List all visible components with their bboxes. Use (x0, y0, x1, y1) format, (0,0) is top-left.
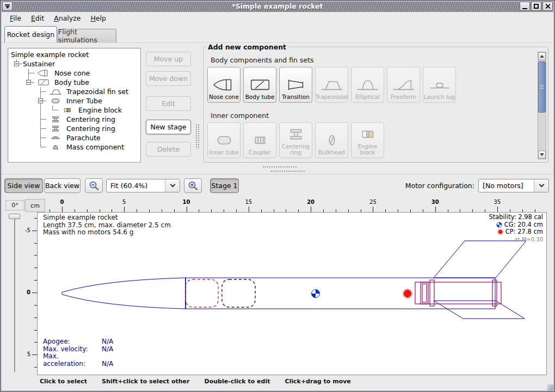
resize-grip[interactable] (547, 384, 554, 391)
rotation-slider-handle[interactable] (9, 214, 20, 219)
add-engine-block-button[interactable]: Engine block (351, 122, 384, 158)
inner-tube-icon (47, 97, 64, 105)
dropdown-arrow[interactable] (534, 179, 548, 192)
motor-configuration-select[interactable]: [No motors] (478, 179, 549, 192)
tree-item-label: Trapezoidal fin set (66, 88, 128, 96)
menu-help[interactable]: Help (85, 13, 111, 23)
menu-edit[interactable]: Edit (26, 13, 49, 23)
rotation-slider-track[interactable] (14, 219, 15, 372)
horizontal-splitter[interactable] (270, 170, 305, 172)
zoom-level-select[interactable]: Fit (60.4%) (106, 179, 180, 192)
tree-item-centering-ring[interactable]: Centering ring (8, 115, 140, 124)
menu-file[interactable]: File (5, 13, 26, 23)
toolbar-divider (1, 174, 554, 175)
cp-marker (403, 289, 412, 298)
add-nose-cone-button[interactable]: Nose cone (207, 67, 240, 103)
add-component-title: Add new component (206, 43, 288, 51)
add-component-panel: Body components and fin setsNose coneBod… (203, 47, 548, 163)
tree-item-engine-block[interactable]: Engine block (8, 105, 140, 115)
statusbar: Click to selectShift+click to select oth… (1, 375, 554, 387)
parachute-outline-selected[interactable] (186, 279, 218, 307)
minimize-button[interactable] (520, 2, 530, 11)
dropdown-arrow[interactable] (165, 179, 180, 192)
rocket-info-block: Simple example rocketLength 37.5 cm, max… (43, 214, 171, 237)
rocket-outline (62, 241, 526, 319)
collapse-box-icon[interactable] (14, 61, 19, 66)
tree-item-simple-example-rocket[interactable]: Simple example rocket (8, 50, 140, 59)
add-centering-ring-button[interactable]: Centering ring (279, 122, 312, 158)
add-transition-button[interactable]: Transition (279, 67, 312, 103)
status-hint: Click to select (40, 378, 87, 385)
component-button-label: Freeform (391, 94, 416, 100)
add-inner-tube-button[interactable]: Inner tube (207, 122, 240, 158)
engine-block-icon (59, 106, 76, 114)
tree-item-nose-cone[interactable]: Nose cone (8, 69, 140, 78)
add-coupler-button[interactable]: Coupler (243, 122, 276, 158)
add-bulkhead-button[interactable]: Bulkhead (315, 122, 348, 158)
cg-value: CG: 20.4 cm (504, 221, 543, 229)
zoom-out-button[interactable] (85, 178, 103, 193)
tab-rocket-design[interactable]: Rocket design (4, 26, 57, 42)
cp-icon (497, 229, 503, 235)
tree-item-centering-ring[interactable]: Centering ring (8, 124, 140, 133)
collapse-box-icon[interactable] (26, 80, 31, 85)
launch-lug-icon (427, 77, 452, 92)
side-view-button[interactable]: Side view (4, 178, 43, 193)
zoom-level-value: Fit (60.4%) (107, 182, 165, 190)
scroll-up-button[interactable] (538, 52, 546, 60)
add-elliptical-button[interactable]: Elliptical (351, 67, 384, 103)
stability-value: Stability: 2.98 cal (489, 214, 543, 221)
component-scrollbar[interactable] (538, 52, 546, 159)
move-down-button[interactable]: Move down (146, 71, 191, 86)
tree-item-inner-tube[interactable]: Inner Tube (8, 96, 140, 105)
tree-item-trapezoidal-fin-set[interactable]: Trapezoidal fin set (8, 87, 140, 96)
component-button-label: Body tube (245, 94, 275, 100)
component-button-label: Centering ring (280, 144, 312, 155)
inner-tube-assembly[interactable] (415, 280, 501, 306)
tree-item-label: Mass component (66, 143, 124, 151)
add-launch-lug-button[interactable]: Launch lug (423, 67, 456, 103)
transition-icon (283, 77, 309, 92)
add-freeform-button[interactable]: Freeform (387, 67, 420, 103)
titlebar[interactable]: *Simple example rocket (1, 1, 554, 12)
rocket-canvas[interactable]: Simple example rocketLength 37.5 cm, max… (37, 212, 547, 375)
tree-item-label: Parachute (66, 134, 101, 142)
scrollbar-thumb[interactable] (538, 61, 546, 113)
parachute-icon (47, 134, 64, 142)
tree-item-label: Engine block (78, 106, 122, 114)
collapse-box-icon[interactable] (38, 98, 43, 103)
flight-data-label: Max. velocity: (43, 346, 102, 353)
vertical-splitter[interactable] (195, 124, 200, 149)
minimize-icon (522, 8, 527, 9)
component-button-label: Nose cone (209, 94, 239, 100)
scroll-down-button[interactable] (538, 151, 546, 159)
component-tree[interactable]: Simple example rocketSustainerNose coneB… (8, 48, 141, 163)
back-view-button[interactable]: Back view (44, 178, 81, 193)
stage-1-toggle[interactable]: Stage 1 (210, 178, 239, 193)
horizontal-splitter[interactable] (262, 166, 297, 168)
fin-freeform-icon (391, 77, 416, 92)
close-button[interactable] (542, 2, 553, 11)
tree-item-mass-component[interactable]: Mass component (8, 142, 140, 152)
component-button-label: Coupler (249, 150, 271, 155)
component-button-label: Launch lug (424, 94, 455, 100)
add-trapezoidal-button[interactable]: Trapezoidal (315, 67, 348, 103)
tab-flight-simulations[interactable]: Flight simulations (58, 29, 116, 42)
mass-component-outline[interactable] (222, 279, 255, 307)
flight-data-label: Apogee: (43, 338, 102, 346)
tabbar: Rocket design Flight simulations (1, 24, 554, 42)
tree-item-body-tube[interactable]: Body tube (8, 78, 140, 87)
tree-item-sustainer[interactable]: Sustainer (8, 59, 140, 69)
delete-button[interactable]: Delete (146, 142, 191, 157)
menu-analyze[interactable]: Analyze (49, 13, 85, 23)
edit-button[interactable]: Edit (146, 96, 191, 111)
tree-item-parachute[interactable]: Parachute (8, 133, 140, 142)
fin-trapezoidal-icon (47, 88, 64, 96)
move-up-button[interactable]: Move up (146, 52, 191, 66)
flight-data-value: N/A (102, 360, 113, 368)
zoom-in-button[interactable] (184, 178, 202, 193)
new-stage-button[interactable]: New stage (146, 120, 191, 134)
maximize-button[interactable] (531, 2, 541, 11)
add-body-tube-button[interactable]: Body tube (243, 67, 276, 103)
nose-cone-icon (212, 77, 237, 92)
